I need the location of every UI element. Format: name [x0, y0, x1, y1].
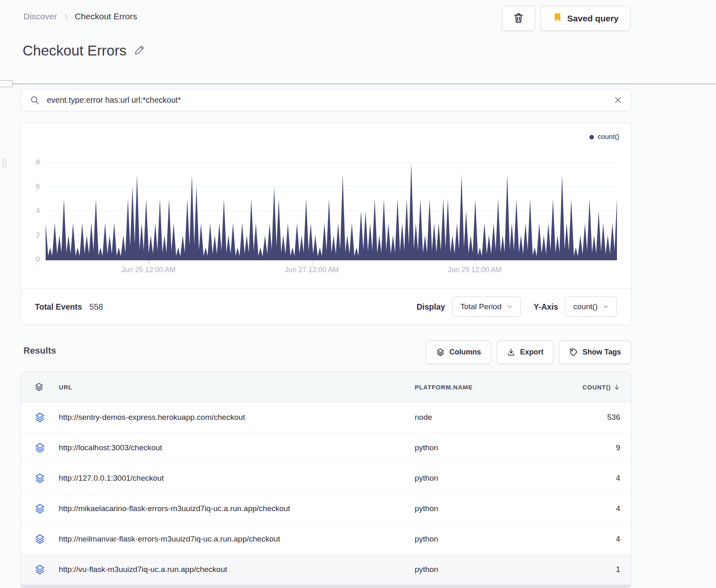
url-cell[interactable]: http://neilmanvar-flask-errors-m3uuizd7i… — [55, 535, 409, 544]
columns-button[interactable]: Columns — [426, 340, 491, 364]
chart-legend[interactable]: count() — [589, 133, 619, 141]
x-axis-tick — [475, 260, 476, 264]
show-tags-label: Show Tags — [582, 348, 621, 357]
table-bottom-strip — [21, 585, 631, 588]
display-dropdown[interactable]: Total Period — [452, 296, 521, 317]
search-input[interactable] — [46, 95, 614, 105]
display-label: Display — [417, 302, 445, 312]
count-cell[interactable]: 4 — [549, 504, 631, 513]
delete-query-button[interactable] — [502, 6, 535, 31]
platform-cell[interactable]: python — [409, 535, 549, 544]
display-dropdown-value: Total Period — [460, 302, 501, 311]
saved-query-button[interactable]: Saved query — [540, 6, 631, 31]
x-axis-tick — [148, 260, 149, 264]
platform-cell[interactable]: python — [409, 565, 549, 574]
legend-dot — [589, 135, 594, 139]
table-row: http://mikaelacarino-flask-errors-m3uuiz… — [21, 493, 631, 524]
count-cell[interactable]: 536 — [549, 413, 631, 422]
edit-pencil-icon[interactable] — [134, 42, 146, 59]
chart-plot-area[interactable] — [46, 156, 617, 262]
x-axis-tick — [312, 260, 313, 264]
table-row: http://127.0.0.1:3001/checkout python 4 — [21, 463, 631, 493]
legend-label: count() — [598, 133, 619, 141]
y-axis-label: Y-Axis — [534, 302, 558, 312]
url-cell[interactable]: http://localhost:3003/checkout — [55, 443, 409, 452]
stack-icon — [21, 382, 55, 391]
show-tags-button[interactable]: Show Tags — [559, 340, 631, 364]
column-header-count[interactable]: COUNT() — [549, 384, 631, 391]
total-events-value: 558 — [90, 302, 103, 312]
column-header-platform[interactable]: PLATFORM.NAME — [409, 384, 549, 391]
trash-icon — [513, 12, 524, 25]
y-axis-tick-label: 6 — [21, 182, 40, 191]
stack-icon — [436, 348, 445, 357]
x-axis-tick-label: Jun 29 12:00 AM — [434, 266, 516, 274]
table-body: http://sentry-demos-express.herokuapp.co… — [21, 402, 631, 585]
platform-cell[interactable]: python — [409, 443, 549, 452]
y-axis-tick-label: 4 — [21, 206, 40, 215]
count-cell[interactable]: 4 — [549, 535, 631, 544]
y-axis-dropdown-value: count() — [573, 302, 598, 311]
event-volume-chart[interactable] — [46, 156, 617, 262]
y-axis-tick-label: 8 — [21, 158, 40, 167]
results-table: URL PLATFORM.NAME COUNT() http://sentry-… — [21, 372, 631, 588]
page-title: Checkout Errors — [23, 42, 146, 59]
platform-cell[interactable]: python — [409, 474, 549, 483]
results-actions: Columns Export Show Tags — [426, 340, 631, 364]
table-row: http://localhost:3003/checkout python 9 — [21, 433, 631, 463]
header-divider — [0, 83, 716, 84]
total-events-label: Total Events — [35, 302, 82, 312]
platform-cell[interactable]: python — [409, 504, 549, 513]
breadcrumb-discover[interactable]: Discover — [23, 12, 57, 21]
platform-cell[interactable]: node — [409, 413, 549, 422]
side-scroll-pill — [2, 158, 7, 169]
tag-icon — [569, 348, 578, 357]
table-row: http://sentry-demos-express.herokuapp.co… — [21, 402, 631, 433]
stack-icon[interactable] — [21, 503, 55, 514]
url-cell[interactable]: http://127.0.0.1:3001/checkout — [55, 474, 409, 483]
bookmark-icon — [552, 12, 563, 25]
stack-icon[interactable] — [21, 564, 55, 575]
download-icon — [507, 348, 515, 357]
stack-icon[interactable] — [21, 473, 55, 484]
stack-icon[interactable] — [21, 442, 55, 453]
discover-page: Discover Checkout Errors Saved query Che… — [0, 0, 716, 588]
y-axis-tick-label: 0 — [21, 255, 40, 264]
count-header-label: COUNT() — [582, 384, 611, 391]
url-cell[interactable]: http://mikaelacarino-flask-errors-m3uuiz… — [55, 504, 409, 513]
url-cell[interactable]: http://sentry-demos-express.herokuapp.co… — [55, 413, 409, 422]
breadcrumb-current: Checkout Errors — [75, 12, 137, 21]
chart-footer: Total Events 558 Display Total Period Y-… — [21, 288, 631, 325]
x-axis-tick-label: Jun 25 12:00 AM — [107, 266, 189, 274]
chart-card: count() Total Events 558 Display Total P… — [21, 123, 631, 325]
export-label: Export — [520, 348, 543, 357]
chevron-down-icon — [603, 304, 609, 310]
y-axis-tick-label: 2 — [21, 231, 40, 240]
sort-desc-arrow-icon — [613, 384, 620, 391]
header-actions: Saved query — [502, 6, 631, 31]
count-cell[interactable]: 4 — [549, 474, 631, 483]
search-icon — [30, 95, 39, 105]
results-heading: Results — [23, 345, 56, 356]
breadcrumb: Discover Checkout Errors — [23, 12, 137, 21]
saved-query-label: Saved query — [567, 14, 619, 23]
table-row: http://neilmanvar-flask-errors-m3uuizd7i… — [21, 524, 631, 554]
table-header-row: URL PLATFORM.NAME COUNT() — [21, 372, 631, 402]
columns-label: Columns — [449, 348, 481, 357]
count-cell[interactable]: 1 — [549, 565, 631, 574]
stack-icon[interactable] — [21, 534, 55, 544]
export-button[interactable]: Export — [497, 340, 554, 364]
clear-search-icon[interactable] — [614, 96, 622, 104]
column-header-url[interactable]: URL — [55, 384, 409, 391]
y-axis-dropdown[interactable]: count() — [565, 296, 617, 317]
count-cell[interactable]: 9 — [549, 443, 631, 452]
search-bar — [21, 89, 631, 111]
page-title-text: Checkout Errors — [23, 42, 127, 59]
url-cell[interactable]: http://vu-flask-m3uuizd7iq-uc.a.run.app/… — [55, 565, 409, 574]
chevron-down-icon — [507, 304, 513, 310]
sidebar-collapse-handle[interactable] — [0, 80, 13, 87]
chevron-right-icon — [63, 14, 69, 20]
x-axis-tick-label: Jun 27 12:00 AM — [271, 266, 353, 274]
table-row: http://vu-flask-m3uuizd7iq-uc.a.run.app/… — [21, 554, 631, 585]
stack-icon[interactable] — [21, 412, 55, 423]
